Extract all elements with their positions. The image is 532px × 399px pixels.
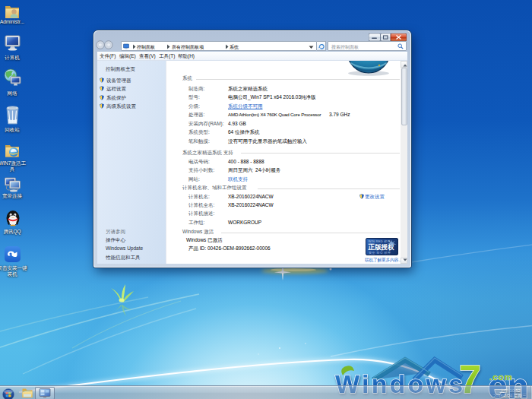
svg-text:.com: .com [489,372,513,382]
